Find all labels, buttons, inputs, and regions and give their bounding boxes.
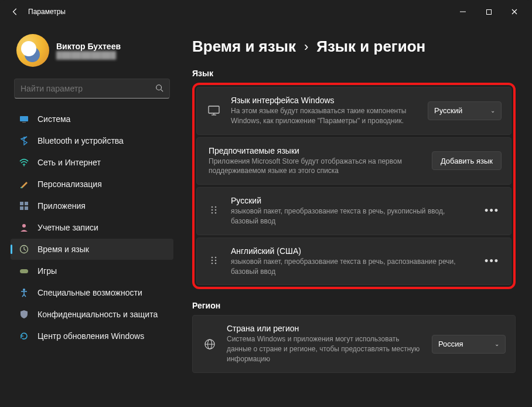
breadcrumb: Время и язык › Язык и регион (192, 38, 516, 56)
titlebar: Параметры (0, 0, 532, 23)
back-button[interactable] (5, 1, 26, 22)
svg-rect-16 (209, 106, 219, 113)
window-buttons (450, 2, 527, 21)
sidebar: Виктор Бухтеев ████████████ Система Blue… (0, 23, 182, 407)
svg-point-29 (212, 263, 213, 264)
sidebar-item-windows-update[interactable]: Центр обновления Windows (11, 325, 173, 347)
globe-icon (202, 338, 217, 350)
sidebar-item-privacy[interactable]: Конфиденциальность и защита (11, 304, 173, 325)
svg-point-27 (212, 260, 213, 262)
system-icon (19, 114, 29, 124)
sidebar-item-label: Bluetooth и устройства (37, 136, 124, 145)
svg-point-24 (215, 212, 217, 214)
svg-point-30 (215, 263, 217, 264)
svg-rect-11 (25, 206, 28, 210)
sidebar-item-label: Специальные возможности (37, 288, 142, 297)
user-block[interactable]: Виктор Бухтеев ████████████ (5, 28, 179, 76)
minimize-button[interactable] (450, 2, 476, 21)
user-email: ████████████ (56, 51, 121, 59)
search-icon (155, 84, 163, 94)
svg-rect-10 (20, 206, 23, 210)
svg-rect-7 (21, 187, 22, 188)
svg-point-23 (212, 212, 213, 214)
wifi-icon (19, 157, 29, 168)
language-name: Русский (231, 196, 473, 205)
country-region-desc: Система Windows и приложения могут испол… (227, 334, 422, 364)
svg-point-15 (23, 289, 25, 291)
svg-point-22 (215, 209, 217, 211)
country-region-dropdown[interactable]: Россия ⌄ (432, 335, 506, 354)
breadcrumb-current: Язык и регион (316, 38, 425, 56)
shield-icon (19, 309, 29, 320)
country-region-title: Страна или регион (227, 324, 422, 333)
svg-point-25 (212, 257, 213, 259)
sidebar-item-label: Система (37, 114, 70, 124)
language-item-russian[interactable]: Русский языковой пакет, преобразование т… (196, 187, 511, 235)
breadcrumb-parent[interactable]: Время и язык (192, 38, 296, 56)
sidebar-item-bluetooth[interactable]: Bluetooth и устройства (11, 130, 173, 151)
more-options-button[interactable]: ••• (482, 205, 502, 217)
sidebar-item-time-language[interactable]: Время и язык (11, 239, 173, 260)
main-content: Время и язык › Язык и регион Язык Язык и… (182, 23, 532, 407)
svg-point-20 (215, 206, 217, 208)
svg-point-26 (215, 257, 217, 259)
sidebar-item-label: Учетные записи (37, 223, 98, 232)
apps-icon (19, 201, 29, 211)
maximize-button[interactable] (476, 2, 502, 21)
country-region-card: Страна или регион Система Windows и прил… (192, 315, 516, 372)
language-features: языковой пакет, преобразование текста в … (231, 206, 473, 226)
close-button[interactable] (502, 2, 527, 21)
svg-rect-9 (25, 202, 28, 205)
svg-rect-4 (20, 116, 28, 121)
sidebar-item-label: Сеть и Интернет (37, 158, 101, 167)
drag-handle-icon[interactable] (206, 205, 221, 216)
clock-globe-icon (19, 244, 29, 255)
chevron-down-icon: ⌄ (495, 341, 499, 347)
search-box[interactable] (14, 79, 170, 99)
chevron-down-icon: ⌄ (490, 107, 495, 114)
update-icon (19, 331, 29, 341)
sidebar-item-label: Игры (37, 266, 57, 276)
svg-point-12 (22, 224, 26, 228)
svg-rect-8 (20, 202, 23, 205)
section-region-label: Регион (192, 301, 516, 310)
preferred-languages-title: Предпочитаемые языки (209, 146, 422, 155)
avatar (16, 34, 49, 67)
sidebar-item-label: Время и язык (37, 245, 89, 254)
display-language-value: Русский (434, 106, 462, 115)
svg-line-3 (161, 89, 163, 91)
svg-rect-14 (20, 269, 28, 273)
window-title: Параметры (28, 8, 66, 16)
monitor-icon (206, 106, 221, 116)
bluetooth-icon (19, 135, 29, 146)
sidebar-item-apps[interactable]: Приложения (11, 195, 173, 216)
sidebar-item-label: Приложения (37, 201, 86, 211)
preferred-languages-card: Предпочитаемые языки Приложения Microsof… (196, 137, 511, 185)
display-language-title: Язык интерфейса Windows (231, 96, 418, 105)
svg-point-6 (23, 165, 25, 167)
sidebar-item-accounts[interactable]: Учетные записи (11, 217, 173, 238)
sidebar-item-label: Конфиденциальность и защита (37, 310, 158, 319)
accounts-icon (19, 222, 29, 233)
svg-point-2 (156, 84, 162, 90)
sidebar-item-gaming[interactable]: Игры (11, 260, 173, 281)
sidebar-item-accessibility[interactable]: Специальные возможности (11, 282, 173, 303)
language-features: языковой пакет, преобразование текста в … (231, 257, 473, 277)
sidebar-item-personalization[interactable]: Персонализация (11, 174, 173, 195)
drag-handle-icon[interactable] (206, 256, 221, 267)
add-language-button[interactable]: Добавить язык (432, 151, 502, 170)
sidebar-item-label: Персонализация (37, 179, 102, 189)
svg-point-28 (215, 260, 217, 262)
display-language-card: Язык интерфейса Windows На этом языке бу… (196, 87, 511, 135)
user-name: Виктор Бухтеев (56, 42, 121, 51)
display-language-dropdown[interactable]: Русский ⌄ (428, 101, 502, 120)
section-language-label: Язык (192, 69, 516, 78)
sidebar-item-system[interactable]: Система (11, 108, 173, 130)
language-item-english-us[interactable]: Английский (США) языковой пакет, преобра… (196, 238, 511, 286)
search-input[interactable] (21, 84, 155, 93)
svg-point-19 (212, 206, 213, 208)
more-options-button[interactable]: ••• (482, 255, 502, 267)
sidebar-item-network[interactable]: Сеть и Интернет (11, 152, 173, 173)
svg-rect-5 (22, 122, 26, 123)
brush-icon (19, 179, 29, 189)
